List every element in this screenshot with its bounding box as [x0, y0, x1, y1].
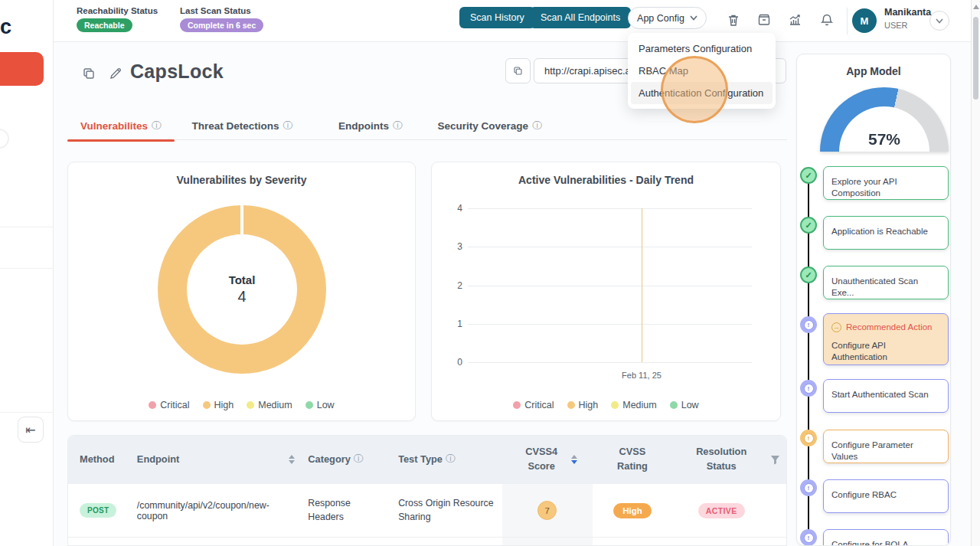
step-card-configure-api-authentication[interactable]: → Recommended Action Configure API Authe… — [823, 313, 949, 365]
y-axis-tick: 2 — [446, 280, 462, 291]
legend-item-high[interactable]: High — [203, 400, 234, 410]
legend-item-low[interactable]: Low — [670, 400, 699, 410]
score-sort-icon[interactable] — [571, 455, 577, 464]
table-row[interactable]: POST /community/api/v2/coupon/new-coupon… — [68, 483, 786, 537]
sidebar-item-icon[interactable] — [0, 129, 9, 149]
scrollbar-thumb[interactable] — [973, 17, 978, 100]
endpoint-sort-icon[interactable] — [289, 455, 295, 464]
donut-segment-gap — [240, 205, 243, 235]
app-config-label: App Config — [637, 13, 684, 24]
step-card-configure-rbac[interactable]: Configure RBAC — [823, 479, 949, 513]
step-label: Unauthenticated Scan Exe... — [831, 276, 918, 297]
tab-label: Endpoints — [338, 120, 389, 132]
legend-dot — [611, 401, 619, 409]
app-config-menu: Parameters Configuration RBAC Map Authen… — [628, 33, 776, 109]
info-icon[interactable]: ⓘ — [393, 119, 403, 132]
column-header-test-type: Test Type ⓘ — [387, 436, 502, 483]
step-card-start-authenticated-scan[interactable]: Start Authenticated Scan — [823, 379, 949, 413]
recommended-action-label: Recommended Action — [846, 322, 933, 333]
category-cell: Response Headers — [302, 484, 387, 537]
tab-security-coverage[interactable]: Security Coverage ⓘ — [425, 111, 555, 140]
y-axis-tick: 3 — [446, 241, 462, 252]
notifications-bell-icon[interactable] — [819, 12, 835, 28]
tab-label: Threat Detections — [192, 120, 279, 132]
legend-item-critical[interactable]: Critical — [149, 400, 189, 410]
method-badge: POST — [80, 503, 116, 518]
tab-endpoints[interactable]: Endpoints ⓘ — [325, 111, 416, 140]
legend-dot — [567, 401, 575, 409]
user-role: USER — [884, 21, 908, 30]
legend-item-medium[interactable]: Medium — [247, 400, 292, 410]
test-type-cell: Cross Origin Resource Sharing — [387, 484, 502, 537]
legend-dot — [203, 401, 211, 409]
tab-threat-detections[interactable]: Threat Detections ⓘ — [179, 111, 306, 140]
chevron-down-icon — [936, 18, 943, 24]
donut-total-value: 4 — [237, 288, 246, 306]
step-card-unauthenticated-scan[interactable]: Unauthenticated Scan Exe... — [823, 266, 949, 299]
info-icon[interactable]: ⓘ — [446, 453, 456, 466]
scroll-up-arrow[interactable] — [973, 5, 979, 9]
copy-app-name-icon[interactable] — [81, 66, 96, 81]
app-model-panel: App Model 57% ✓ Explore your API Composi… — [796, 54, 951, 546]
step-label: Configure for BOLA — [831, 540, 908, 546]
scan-history-button[interactable]: Scan History — [459, 7, 535, 28]
archive-icon[interactable] — [756, 12, 772, 28]
menu-item-authentication-configuration[interactable]: Authentication Configuration — [631, 82, 773, 104]
legend-item-high[interactable]: High — [567, 400, 599, 410]
page-title: CapsLock — [130, 60, 224, 83]
app-config-dropdown-button[interactable]: App Config — [628, 7, 707, 29]
legend-label: Medium — [622, 400, 656, 410]
analytics-icon[interactable] — [787, 12, 802, 28]
severity-chart-title: Vulnerabilites by Severity — [68, 174, 415, 186]
menu-item-rbac-map[interactable]: RBAC Map — [628, 60, 776, 82]
resolution-status-badge: ACTIVE — [698, 503, 745, 518]
tab-vulnerabilities[interactable]: Vulnerabilites ⓘ — [67, 111, 175, 140]
step-done-check-icon: ✓ — [800, 217, 817, 234]
info-icon[interactable]: ⓘ — [152, 119, 162, 132]
filter-icon[interactable] — [770, 455, 780, 465]
sidebar-active-item[interactable] — [0, 52, 44, 86]
step-label: Configure RBAC — [831, 490, 897, 499]
legend-item-low[interactable]: Low — [305, 400, 335, 410]
gauge-percent-value: 57% — [820, 130, 949, 149]
legend-label: Medium — [258, 400, 292, 410]
step-card-configure-for-bola[interactable]: Configure for BOLA — [823, 529, 949, 546]
severity-donut-chart: Total 4 — [158, 205, 326, 374]
reachability-status-badge: Reachable — [77, 18, 132, 32]
step-card-explore-api[interactable]: Explore your API Composition — [823, 166, 949, 200]
step-pending-icon: ! — [800, 529, 817, 546]
legend-dot — [149, 401, 156, 409]
step-card-app-reachable[interactable]: Application is Reachable — [823, 216, 949, 250]
legend-dot — [305, 401, 313, 409]
step-card-configure-parameter-values[interactable]: Configure Parameter Values — [823, 430, 949, 463]
step-label: Explore your API Composition — [831, 177, 897, 198]
trend-plot-area: 4 3 2 1 0 Feb 11, 25 — [468, 208, 752, 362]
user-menu-chevron[interactable] — [929, 11, 949, 31]
column-header-label: Resolution Status — [692, 445, 750, 473]
info-icon[interactable]: ⓘ — [283, 119, 293, 132]
info-icon[interactable]: ⓘ — [532, 119, 542, 132]
severity-legend: Critical High Medium Low — [68, 400, 415, 410]
page-scrollbar[interactable] — [971, 0, 980, 546]
delete-icon[interactable] — [726, 12, 741, 28]
donut-total-label: Total — [229, 273, 256, 286]
column-header-category: Category ⓘ — [302, 436, 387, 483]
legend-label: High — [214, 400, 234, 410]
legend-item-medium[interactable]: Medium — [611, 400, 656, 410]
table-row[interactable] — [68, 537, 786, 546]
column-header-method: Method — [68, 436, 133, 483]
column-header-label: CVSS4 Score — [517, 445, 566, 473]
date-marker-line — [642, 208, 642, 362]
info-icon[interactable]: ⓘ — [354, 453, 364, 466]
legend-label: High — [579, 400, 599, 410]
step-label: Application is Reachable — [831, 227, 928, 236]
scan-all-endpoints-button[interactable]: Scan All Endpoints — [530, 7, 631, 28]
y-axis-tick: 0 — [446, 357, 462, 368]
user-avatar[interactable]: M — [852, 8, 877, 33]
menu-item-parameters-configuration[interactable]: Parameters Configuration — [628, 38, 776, 60]
legend-label: Critical — [160, 400, 189, 410]
copy-url-button[interactable] — [505, 58, 531, 83]
edit-app-name-icon[interactable] — [108, 66, 123, 81]
legend-item-critical[interactable]: Critical — [513, 400, 554, 410]
sidebar-collapse-button[interactable]: ⇤ — [18, 417, 44, 443]
